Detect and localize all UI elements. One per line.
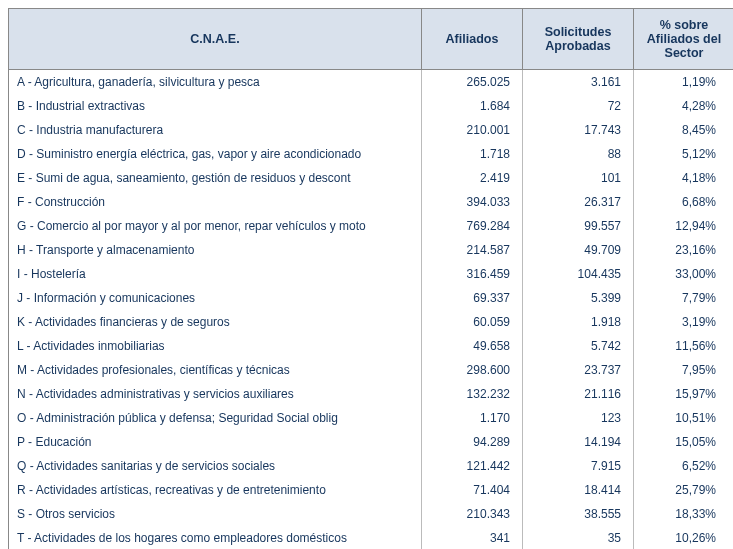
table-row: D - Suministro energía eléctrica, gas, v… [9, 142, 734, 166]
row-label: I - Hostelería [9, 262, 422, 286]
row-solicitudes: 35 [523, 526, 634, 549]
header-row: C.N.A.E. Afiliados Solicitudes Aprobadas… [9, 9, 734, 70]
row-label: C - Industria manufacturera [9, 118, 422, 142]
row-label: G - Comercio al por mayor y al por menor… [9, 214, 422, 238]
row-afiliados: 210.001 [422, 118, 523, 142]
table-row: P - Educación94.28914.19415,05% [9, 430, 734, 454]
header-afiliados: Afiliados [422, 9, 523, 70]
row-label: F - Construcción [9, 190, 422, 214]
row-afiliados: 394.033 [422, 190, 523, 214]
row-afiliados: 49.658 [422, 334, 523, 358]
header-cnae: C.N.A.E. [9, 9, 422, 70]
row-solicitudes: 38.555 [523, 502, 634, 526]
row-pct: 25,79% [634, 478, 734, 502]
row-afiliados: 121.442 [422, 454, 523, 478]
row-solicitudes: 88 [523, 142, 634, 166]
table-row: N - Actividades administrativas y servic… [9, 382, 734, 406]
table-row: B - Industrial extractivas1.684724,28% [9, 94, 734, 118]
row-label: J - Información y comunicaciones [9, 286, 422, 310]
table-row: K - Actividades financieras y de seguros… [9, 310, 734, 334]
table-row: T - Actividades de los hogares como empl… [9, 526, 734, 549]
row-solicitudes: 101 [523, 166, 634, 190]
row-solicitudes: 5.742 [523, 334, 634, 358]
row-pct: 1,19% [634, 70, 734, 95]
row-label: L - Actividades inmobiliarias [9, 334, 422, 358]
table-row: J - Información y comunicaciones69.3375.… [9, 286, 734, 310]
row-afiliados: 60.059 [422, 310, 523, 334]
row-afiliados: 316.459 [422, 262, 523, 286]
row-solicitudes: 1.918 [523, 310, 634, 334]
row-solicitudes: 26.317 [523, 190, 634, 214]
row-solicitudes: 3.161 [523, 70, 634, 95]
row-afiliados: 69.337 [422, 286, 523, 310]
row-afiliados: 341 [422, 526, 523, 549]
row-afiliados: 265.025 [422, 70, 523, 95]
table-row: S - Otros servicios210.34338.55518,33% [9, 502, 734, 526]
row-label: P - Educación [9, 430, 422, 454]
row-label: S - Otros servicios [9, 502, 422, 526]
row-solicitudes: 5.399 [523, 286, 634, 310]
table-row: L - Actividades inmobiliarias49.6585.742… [9, 334, 734, 358]
row-pct: 23,16% [634, 238, 734, 262]
row-solicitudes: 17.743 [523, 118, 634, 142]
row-label: B - Industrial extractivas [9, 94, 422, 118]
row-pct: 5,12% [634, 142, 734, 166]
table-row: E - Sumi de agua, saneamiento, gestión d… [9, 166, 734, 190]
row-pct: 3,19% [634, 310, 734, 334]
row-label: T - Actividades de los hogares como empl… [9, 526, 422, 549]
table-row: G - Comercio al por mayor y al por menor… [9, 214, 734, 238]
row-pct: 10,51% [634, 406, 734, 430]
row-label: K - Actividades financieras y de seguros [9, 310, 422, 334]
table-row: A - Agricultura, ganadería, silvicultura… [9, 70, 734, 95]
row-label: M - Actividades profesionales, científic… [9, 358, 422, 382]
row-label: D - Suministro energía eléctrica, gas, v… [9, 142, 422, 166]
table-row: O - Administración pública y defensa; Se… [9, 406, 734, 430]
row-afiliados: 769.284 [422, 214, 523, 238]
table-row: C - Industria manufacturera210.00117.743… [9, 118, 734, 142]
row-solicitudes: 7.915 [523, 454, 634, 478]
table-row: R - Actividades artísticas, recreativas … [9, 478, 734, 502]
row-label: E - Sumi de agua, saneamiento, gestión d… [9, 166, 422, 190]
row-solicitudes: 23.737 [523, 358, 634, 382]
row-afiliados: 210.343 [422, 502, 523, 526]
table-row: H - Transporte y almacenamiento214.58749… [9, 238, 734, 262]
table-row: F - Construcción394.03326.3176,68% [9, 190, 734, 214]
row-solicitudes: 99.557 [523, 214, 634, 238]
row-label: H - Transporte y almacenamiento [9, 238, 422, 262]
row-pct: 6,68% [634, 190, 734, 214]
row-afiliados: 94.289 [422, 430, 523, 454]
row-solicitudes: 18.414 [523, 478, 634, 502]
table-row: I - Hostelería316.459104.43533,00% [9, 262, 734, 286]
row-label: O - Administración pública y defensa; Se… [9, 406, 422, 430]
row-pct: 7,79% [634, 286, 734, 310]
row-solicitudes: 49.709 [523, 238, 634, 262]
row-label: N - Actividades administrativas y servic… [9, 382, 422, 406]
header-solicitudes: Solicitudes Aprobadas [523, 9, 634, 70]
row-pct: 6,52% [634, 454, 734, 478]
row-label: Q - Actividades sanitarias y de servicio… [9, 454, 422, 478]
row-pct: 7,95% [634, 358, 734, 382]
row-solicitudes: 104.435 [523, 262, 634, 286]
row-pct: 8,45% [634, 118, 734, 142]
row-pct: 15,97% [634, 382, 734, 406]
row-pct: 15,05% [634, 430, 734, 454]
row-pct: 10,26% [634, 526, 734, 549]
table-row: M - Actividades profesionales, científic… [9, 358, 734, 382]
row-label: A - Agricultura, ganadería, silvicultura… [9, 70, 422, 95]
row-afiliados: 298.600 [422, 358, 523, 382]
row-afiliados: 214.587 [422, 238, 523, 262]
row-afiliados: 1.718 [422, 142, 523, 166]
header-pct: % sobre Afiliados del Sector [634, 9, 734, 70]
table-row: Q - Actividades sanitarias y de servicio… [9, 454, 734, 478]
row-afiliados: 71.404 [422, 478, 523, 502]
row-afiliados: 132.232 [422, 382, 523, 406]
row-afiliados: 1.684 [422, 94, 523, 118]
row-solicitudes: 123 [523, 406, 634, 430]
row-solicitudes: 72 [523, 94, 634, 118]
row-solicitudes: 21.116 [523, 382, 634, 406]
row-afiliados: 2.419 [422, 166, 523, 190]
row-pct: 4,18% [634, 166, 734, 190]
row-afiliados: 1.170 [422, 406, 523, 430]
row-label: R - Actividades artísticas, recreativas … [9, 478, 422, 502]
row-pct: 18,33% [634, 502, 734, 526]
